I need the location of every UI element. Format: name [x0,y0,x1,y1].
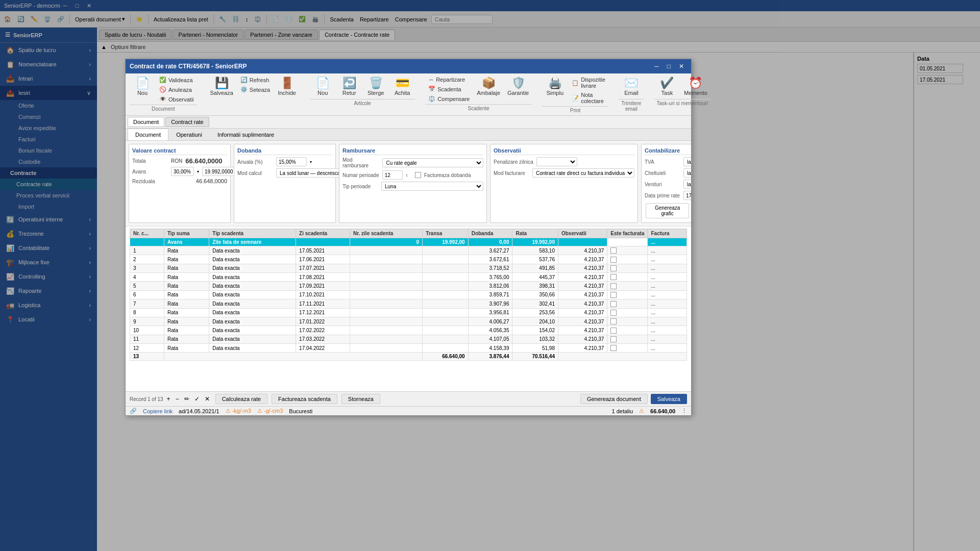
valideaza-button[interactable]: ✅ Valideaza [156,76,197,84]
total-rata: 70.516,44 [512,353,558,361]
facturata-checkbox[interactable] [610,301,617,307]
table-row[interactable]: 6RataData exacta17.10.20213.859,71350,66… [130,290,687,299]
venituri-select[interactable]: la incasare rata [683,180,691,189]
inchide-button[interactable]: 🚪 Inchide [274,76,300,98]
facturata-checkbox[interactable] [610,336,617,342]
warning1: ⚠ -kg/-m3 [226,408,251,414]
link-label[interactable]: Copiere link [143,408,173,414]
storneaza-button[interactable]: Storneaza [341,394,380,404]
scadenta-toolbar-button[interactable]: 📅 Scadenta [425,85,473,93]
factureaza-scadenta-button[interactable]: Factureaza scadenta [272,394,337,404]
email-icon: ✉️ [624,78,638,89]
warning3: ⚠ [639,408,644,414]
calculeaza-rate-button[interactable]: Calculeaza rate [215,394,267,404]
rates-table: Nr. c... Tip suma Tip scadenta Zi scaden… [130,229,687,361]
table-row[interactable]: 7RataData exacta17.11.20213.907,96302,41… [130,299,687,308]
avans-pct-input[interactable] [171,167,194,176]
seteaza-button[interactable]: ⚙️ Seteaza [237,85,273,94]
modal-tab-document[interactable]: Document [128,129,168,140]
memento-button[interactable]: ⏰ Memento [681,76,710,98]
table-row[interactable]: 12RataData exacta17.04.20224.158,3951,98… [130,343,687,352]
modal-tab-informatii[interactable]: Informatii suplimentare [210,129,282,140]
numar-perioade-input[interactable] [382,170,403,180]
scadenta-t-label: Scadenta [437,86,461,92]
anuleaza-button[interactable]: 🚫 Anuleaza [156,85,197,94]
facturata-checkbox[interactable] [610,328,617,334]
email-button[interactable]: ✉️ Email [619,76,644,98]
table-row[interactable]: 8RataData exacta17.12.20213.956,81253,56… [130,308,687,317]
save-icon: 💾 [215,78,229,89]
contabilizare-title: Contabilizare [645,147,691,155]
factureaza-checkbox[interactable] [415,172,421,178]
nou2-button[interactable]: 📄 Nou [310,76,335,98]
facturata-checkbox[interactable] [610,318,617,324]
contabilizare-section: Contabilizare TVA la incasare rata Chelt… [641,144,691,223]
anuala-input[interactable] [276,157,307,166]
facturata-checkbox[interactable] [610,247,617,254]
facturata-checkbox[interactable] [610,283,617,289]
record-edit-button[interactable]: ✏ [183,395,191,403]
modal-maximize-button[interactable]: □ [664,62,674,71]
cheltuieli-select[interactable]: la incasare rata [683,168,691,178]
facturata-checkbox[interactable] [610,265,617,271]
record-add-button[interactable]: + [165,395,172,403]
table-row[interactable]: 4RataData exacta17.08.20213.765,00445,37… [130,273,687,282]
facturata-checkbox[interactable] [610,345,617,351]
refresh-button[interactable]: 🔄 Refresh [237,76,273,84]
table-row[interactable]: 1 Rata Data exacta 17.05.2021 3.627,27 5… [130,246,687,255]
task-button[interactable]: ✔️ Task [654,76,680,98]
mod-calcul-label: Mod calcul [237,170,273,176]
contract-form-area: Valoare contract Totala RON 66.640,0000 … [126,141,691,227]
repartizare-toolbar-button[interactable]: ↔️ Repartizare [425,76,473,84]
achita-button[interactable]: 💳 Achita [389,76,415,98]
table-row[interactable]: 3RataData exacta17.07.20213.718,52491,85… [130,264,687,272]
nou-button[interactable]: 📄 Nou [130,76,155,104]
retur-button[interactable]: ↩️ Retur [336,76,362,98]
repartizare-t-icon: ↔️ [428,77,434,83]
tip-perioade-select[interactable]: Luna [381,182,483,191]
mod-rambursare-select[interactable]: Cu rate egale [382,158,483,167]
record-check-button[interactable]: ✓ [193,395,201,403]
doc-tab-contract-rate[interactable]: Contract rate [165,117,209,127]
table-row[interactable]: 5RataData exacta17.09.20213.812,06398,31… [130,282,687,290]
sterge-button[interactable]: 🗑️ Sterge [363,76,388,98]
table-row[interactable]: 2RataData exacta17.06.20213.672,61537,76… [130,255,687,264]
record-prev-button[interactable]: − [174,395,181,403]
facturata-checkbox[interactable] [610,292,617,298]
table-row-avans[interactable]: Avans Zile fata de semnare 0 19.992,00 0… [130,238,687,246]
modal-title-bar: Contract de rate CTR/45678 - SeniorERP ─… [126,59,691,73]
ambalaje-button[interactable]: 📦 Ambalaje [474,76,503,103]
genereaza-document-button[interactable]: Genereaza document [580,394,648,404]
data-prima-rate-row: Data prime rate [645,191,691,200]
simplu-button[interactable]: 🖨️ Simplu [542,76,568,105]
warning2: ⚠ -g/-cm3 [257,408,283,414]
modal-minimize-button[interactable]: ─ [651,62,662,71]
modal-status-bar: 🔗 Copiere link ad/14.05.2021/1 ⚠ -kg/-m3… [126,406,691,415]
modal-tab-operatiuni[interactable]: Operatiuni [168,129,210,140]
dispozitie-livrare-button[interactable]: 📋 Dispozitie livrare [569,76,608,90]
garantie-button[interactable]: 🛡️ Garantie [504,76,532,103]
modal-close-button[interactable]: ✕ [676,62,687,71]
table-row[interactable]: 10RataData exacta17.02.20224.056,35154,0… [130,326,687,335]
doc-tab-document[interactable]: Document [128,117,164,127]
observatii-button[interactable]: 👁️ Observatii [156,95,197,104]
tva-select[interactable]: la incasare rata [683,157,691,166]
penalizare-select[interactable] [536,157,577,166]
data-prima-rate-input[interactable] [683,191,691,200]
salveaza-label: Salveaza [210,90,233,96]
simplu-label: Simplu [546,90,564,96]
salveaza-button[interactable]: 💾 Salveaza [207,76,236,98]
facturata-checkbox[interactable] [610,310,617,316]
table-row[interactable]: 9RataData exacta17.01.20224.006,27204,10… [130,317,687,325]
facturata-checkbox[interactable] [610,257,617,263]
nota-colectare-button[interactable]: 📝 Nota colectare [569,91,608,105]
more-options[interactable]: ⋮ [681,408,687,414]
facturata-checkbox[interactable] [610,274,617,280]
table-row[interactable]: 11RataData exacta17.03.20224.107,05103,3… [130,335,687,343]
record-close-button[interactable]: ✕ [203,395,211,403]
mod-facturare-select[interactable]: Contract rate direct cu factura individu… [532,168,634,178]
compensare-toolbar-button[interactable]: ⚖️ Compensare [425,94,473,103]
mod-facturare-label: Mod facturare [494,170,529,176]
salveaza-footer-button[interactable]: Salveaza [651,394,687,404]
genereaza-grafic-button[interactable]: Genereaza grafic [646,203,689,218]
